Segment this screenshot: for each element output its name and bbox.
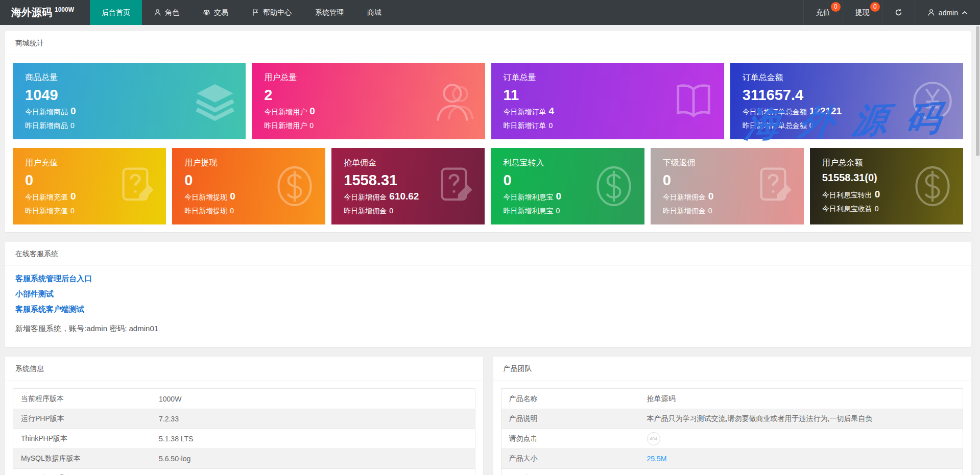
stats-row-2: 用户充值0今日新增充值0昨日新增充值0用户提现0今日新增提现0昨日新增提现0抢单… [13,148,963,224]
doc-icon [432,164,476,209]
table-row-label: 产品名称 [501,394,647,404]
table-row-label: MySQL数据库版本 [13,454,159,463]
table-row-value: 本产品只为学习测试交流,请勿要做商业或者用于违法行为,一切后果自负 [647,414,963,423]
stat-card-yesterday-value: 0 [230,207,234,215]
refresh-button[interactable] [882,0,915,25]
nav-item-5[interactable]: 商城 [355,0,393,25]
nav-item-4[interactable]: 系统管理 [303,0,355,25]
nav-item-label: 系统管理 [315,8,344,17]
service-admin-link[interactable]: 客服系统管理后台入口 [15,274,92,284]
stat-card-today-value: 0 [309,106,315,116]
service-client-test-link[interactable]: 客服系统客户端测试 [15,305,84,314]
table-row-value: 404 [647,432,963,445]
stats-panel-title: 商城统计 [5,31,971,55]
dollar-icon [591,164,636,209]
scrollbar-thumb[interactable] [976,26,979,156]
stat-card-today-value: 0 [556,191,561,202]
stat-card-yesterday-value: 0 [309,121,314,130]
table-value-link[interactable]: 25.5M [647,455,667,463]
user-line-icon [154,9,161,16]
flag-icon [252,9,259,16]
refresh-icon [895,9,902,16]
user-menu[interactable]: admin [915,0,980,25]
table-row-value: 1000W [159,395,475,403]
table-row-value: 5.1.38 LTS [159,435,475,443]
stats-panel: 商城统计 商品总量1049今日新增商品0昨日新增商品0用户总量2今日新增用户0昨… [5,31,971,232]
user-icon [927,9,935,16]
table-row-label: 产品大小 [501,454,647,463]
stat-card-today-value: 0 [875,189,880,199]
system-info-title: 系统信息 [5,357,483,381]
stat-card: 用户总量2今日新增用户0昨日新增用户0 [252,63,485,139]
system-info-table: 当前程序版本1000W运行PHP版本7.2.33ThinkPHP版本5.1.38… [13,388,475,475]
table-row: MySQL数据库版本5.6.50-log [13,448,475,468]
table-row: 运行PHP版本7.2.33 [13,409,475,429]
stat-card: 订单总量11今日新增订单4昨日新增订单0 [491,63,724,139]
service-panel-title: 在线客服系统 [5,242,971,266]
table-row-label: 运行PHP版本 [13,414,159,423]
stat-card-yesterday-value: 0 [875,205,879,213]
doc-icon [751,164,796,209]
service-panel-body: 客服系统管理后台入口 小部件测试 客服系统客户端测试 新增客服系统，账号:adm… [5,266,971,347]
service-panel: 在线客服系统 客服系统管理后台入口 小部件测试 客服系统客户端测试 新增客服系统… [5,242,971,347]
table-row: 产品说明本产品只为学习测试交流,请勿要做商业或者用于违法行为,一切后果自负 [501,409,963,429]
stat-card-today-value: 0 [70,106,76,116]
stat-card: 用户总余额51558.31(0)今日利息宝转出0今日利息宝收益0 [810,148,963,224]
withdraw-nav-item[interactable]: 提现 0 [843,0,882,25]
bottom-panels: 系统信息 当前程序版本1000W运行PHP版本7.2.33ThinkPHP版本5… [5,357,971,475]
nav-item-1[interactable]: 角色 [142,0,191,25]
doc-icon [113,164,158,209]
book-icon [671,79,716,123]
username: admin [939,9,958,17]
navbar-right: 充值 0 提现 0 admin [803,0,980,25]
stat-card-today-value: 4 [549,106,555,116]
stat-card-yesterday-value: 0 [389,207,393,215]
stat-card: 用户提现0今日新增提现0昨日新增提现0 [172,148,325,224]
table-row-label: 请勿点击 [501,434,647,443]
product-panel: 产品团队 产品名称抢单源码产品说明本产品只为学习测试交流,请勿要做商业或者用于违… [493,357,971,475]
stat-card-today-value: 0 [230,191,235,202]
stat-card-yesterday-value: 0 [549,121,553,130]
table-row: 服务器操作系统Linux [13,468,475,475]
table-row: 请勿点击404 [501,429,963,448]
stat-card-today-value: 0 [70,191,76,202]
yen-icon [910,79,955,123]
stat-card-yesterday-value: 0 [556,207,560,215]
top-navbar: 海外源码 1000W 后台首页角色交易帮助中心系统管理商城 充值 0 提现 0 … [0,0,980,25]
brand-logo[interactable]: 海外源码 1000W [0,0,90,25]
nav-item-label: 商城 [367,8,381,17]
nav-item-3[interactable]: 帮助中心 [240,0,303,25]
withdraw-label: 提现 [855,8,870,17]
table-row: 数据库mysql [501,468,963,475]
table-row-value: 5.6.50-log [159,455,475,463]
product-table: 产品名称抢单源码产品说明本产品只为学习测试交流,请勿要做商业或者用于违法行为,一… [501,388,964,475]
scales-icon [203,9,210,16]
stat-card-today-value: 610.62 [389,191,419,202]
nav-item-2[interactable]: 交易 [191,0,240,25]
stat-card-today-value: 0 [708,191,714,202]
scrollbar[interactable] [975,25,980,475]
recharge-badge: 0 [831,2,841,12]
stats-row-1: 商品总量1049今日新增商品0昨日新增商品0用户总量2今日新增用户0昨日新增用户… [13,63,963,139]
stat-card-today-value: 122121 [809,106,842,116]
table-row-value: 25.5M [647,455,963,463]
stat-card: 抢单佣金1558.31今日新增佣金610.62昨日新增佣金0 [331,148,485,224]
dollar-icon [272,164,317,209]
nav-item-0[interactable]: 后台首页 [90,0,142,25]
stat-card: 用户充值0今日新增充值0昨日新增充值0 [13,148,166,224]
status-404-badge[interactable]: 404 [647,432,660,445]
stat-card-yesterday-value: 0 [70,121,75,130]
recharge-nav-item[interactable]: 充值 0 [803,0,843,25]
dollar-icon [910,164,955,209]
table-row-value: 7.2.33 [159,415,475,423]
service-widget-test-link[interactable]: 小部件测试 [15,289,54,299]
chevron-up-icon [962,11,968,15]
layers-icon [193,79,237,123]
nav-item-label: 帮助中心 [263,8,292,17]
recharge-label: 充值 [816,8,830,17]
stat-card-yesterday-value: 0 [70,207,75,215]
table-row-label: ThinkPHP版本 [13,434,159,443]
nav-item-label: 后台首页 [102,8,130,17]
stat-card-yesterday-value: 0 [809,121,814,130]
service-credentials-note: 新增客服系统，账号:admin 密码: admin01 [15,324,961,334]
